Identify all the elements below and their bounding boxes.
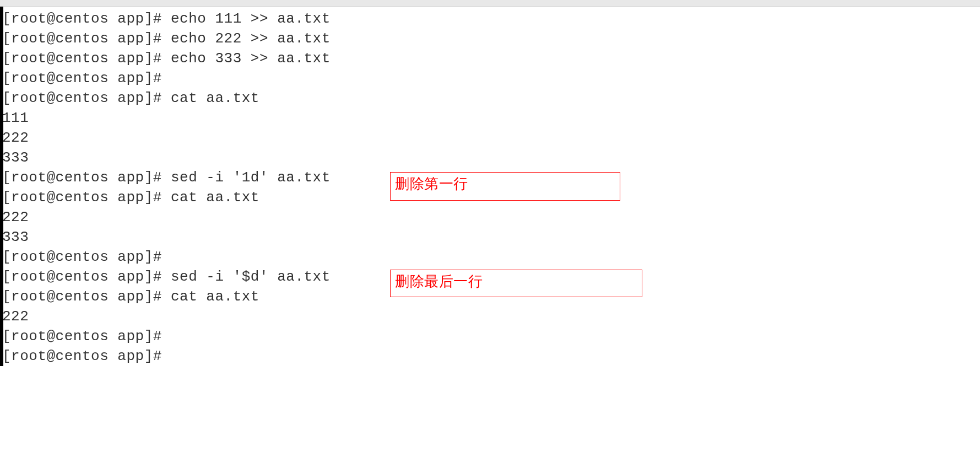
terminal-output: 222 xyxy=(2,207,980,227)
terminal-line: [root@centos app]# xyxy=(2,346,980,366)
terminal-left-border xyxy=(0,7,3,366)
terminal-line: [root@centos app]# echo 333 >> aa.txt xyxy=(2,49,980,68)
terminal-line: [root@centos app]# echo 111 >> aa.txt xyxy=(2,9,980,29)
annotation-box-delete-first-line: 删除第一行 xyxy=(390,172,620,201)
terminal-line: [root@centos app]# echo 222 >> aa.txt xyxy=(2,29,980,49)
terminal-output: 333 xyxy=(2,227,980,247)
terminal-output: 222 xyxy=(2,307,980,326)
terminal-line: [root@centos app]# cat aa.txt xyxy=(2,88,980,108)
terminal-line: [root@centos app]# xyxy=(2,326,980,346)
terminal-output: 111 xyxy=(2,108,980,128)
terminal-output: 333 xyxy=(2,148,980,168)
terminal-line: [root@centos app]# xyxy=(2,247,980,267)
terminal-output: 222 xyxy=(2,128,980,148)
terminal-area[interactable]: [root@centos app]# echo 111 >> aa.txt [r… xyxy=(0,7,980,366)
annotation-box-delete-last-line: 删除最后一行 xyxy=(390,270,642,297)
terminal-line: [root@centos app]# xyxy=(2,68,980,88)
window-titlebar xyxy=(0,0,980,7)
